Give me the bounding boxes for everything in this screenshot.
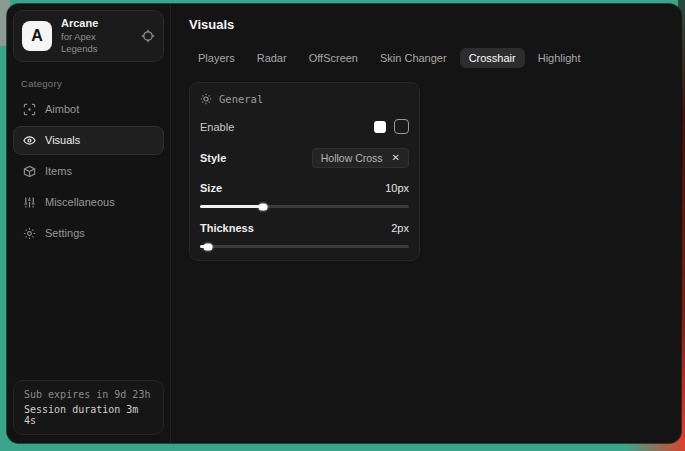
sidebar: A Arcane for Apex Legends Category bbox=[7, 4, 171, 443]
app-name: Arcane bbox=[61, 17, 132, 31]
style-label: Style bbox=[200, 152, 226, 164]
close-icon[interactable]: ✕ bbox=[392, 153, 400, 163]
sidebar-item-settings[interactable]: Settings bbox=[13, 219, 164, 248]
style-select[interactable]: Hollow Cross ✕ bbox=[312, 148, 409, 168]
enable-label: Enable bbox=[200, 121, 234, 133]
aimbot-icon bbox=[23, 103, 36, 116]
sidebar-item-label: Miscellaneous bbox=[45, 196, 115, 208]
enable-checkbox[interactable] bbox=[374, 121, 386, 133]
thickness-label: Thickness bbox=[200, 222, 254, 234]
size-value: 10px bbox=[385, 182, 409, 194]
tab-players[interactable]: Players bbox=[189, 48, 244, 68]
sidebar-item-aimbot[interactable]: Aimbot bbox=[13, 95, 164, 124]
sidebar-item-visuals[interactable]: Visuals bbox=[13, 126, 164, 155]
category-label: Category bbox=[21, 78, 164, 89]
tab-highlight[interactable]: Highlight bbox=[529, 48, 590, 68]
style-row: Style Hollow Cross ✕ bbox=[200, 148, 409, 168]
enable-keybind-box[interactable] bbox=[394, 119, 409, 134]
subscription-card: Sub expires in 9d 23h Session duration 3… bbox=[13, 380, 164, 435]
desktop-background: A Arcane for Apex Legends Category bbox=[0, 0, 685, 451]
sidebar-item-miscellaneous[interactable]: Miscellaneous bbox=[13, 188, 164, 217]
thickness-slider[interactable] bbox=[200, 245, 409, 248]
sidebar-item-label: Visuals bbox=[45, 134, 80, 146]
sliders-icon bbox=[23, 196, 36, 209]
sidebar-item-items[interactable]: Items bbox=[13, 157, 164, 186]
app-window: A Arcane for Apex Legends Category bbox=[7, 4, 681, 443]
sidebar-nav: Aimbot Visuals bbox=[13, 95, 164, 248]
thickness-value: 2px bbox=[391, 222, 409, 234]
app-logo-badge: A bbox=[22, 21, 52, 51]
size-label: Size bbox=[200, 182, 222, 194]
tab-offscreen[interactable]: OffScreen bbox=[300, 48, 367, 68]
size-slider-thumb[interactable] bbox=[258, 203, 267, 210]
tab-radar[interactable]: Radar bbox=[248, 48, 296, 68]
session-duration-text: Session duration 3m 4s bbox=[24, 404, 153, 426]
app-logo-card: A Arcane for Apex Legends bbox=[13, 10, 164, 62]
page-title: Visuals bbox=[189, 17, 663, 32]
sidebar-item-label: Aimbot bbox=[45, 103, 79, 115]
tab-bar: Players Radar OffScreen Skin Changer Cro… bbox=[189, 48, 663, 68]
gear-icon bbox=[23, 227, 36, 240]
style-value: Hollow Cross bbox=[321, 152, 383, 164]
tab-crosshair[interactable]: Crosshair bbox=[460, 48, 525, 68]
general-panel: General Enable Style Hollow Cross ✕ bbox=[189, 82, 420, 261]
eye-icon bbox=[23, 134, 36, 147]
thickness-slider-thumb[interactable] bbox=[204, 243, 213, 250]
sidebar-item-label: Items bbox=[45, 165, 72, 177]
panel-title: General bbox=[219, 93, 263, 105]
package-icon bbox=[23, 165, 36, 178]
thickness-row: Thickness 2px bbox=[200, 222, 409, 234]
tab-skin-changer[interactable]: Skin Changer bbox=[371, 48, 456, 68]
size-row: Size 10px bbox=[200, 182, 409, 194]
enable-row: Enable bbox=[200, 119, 409, 134]
app-subtitle: for Apex Legends bbox=[61, 31, 132, 55]
sub-expires-text: Sub expires in 9d 23h bbox=[24, 389, 153, 400]
crosshair-icon[interactable] bbox=[141, 29, 155, 43]
size-slider[interactable] bbox=[200, 205, 409, 208]
sidebar-item-label: Settings bbox=[45, 227, 85, 239]
main-content: Visuals Players Radar OffScreen Skin Cha… bbox=[171, 4, 681, 443]
sun-icon bbox=[200, 93, 212, 105]
